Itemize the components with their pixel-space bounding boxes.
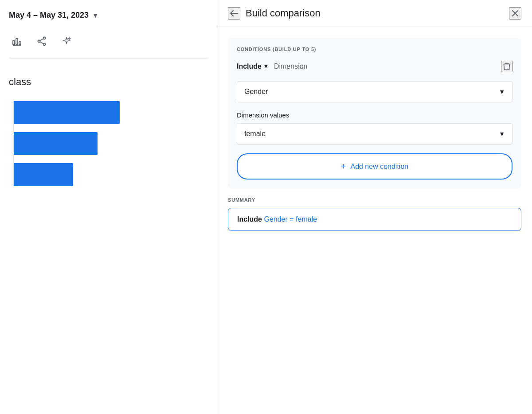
summary-include-label: Include bbox=[237, 215, 262, 223]
panel-content: CONDITIONS (BUILD UP TO 5) Include ▼ Dim… bbox=[217, 27, 532, 414]
svg-point-5 bbox=[38, 40, 40, 43]
delete-condition-button[interactable] bbox=[501, 61, 512, 72]
share-icon-btn[interactable] bbox=[34, 33, 50, 49]
condition-row: Include ▼ Dimension bbox=[237, 61, 512, 72]
conditions-section: CONDITIONS (BUILD UP TO 5) Include ▼ Dim… bbox=[228, 38, 521, 188]
female-dropdown-arrow-icon: ▼ bbox=[499, 130, 505, 137]
chart-axis-line bbox=[13, 101, 14, 186]
add-condition-button[interactable]: + Add new condition bbox=[237, 153, 512, 180]
svg-line-8 bbox=[40, 42, 43, 44]
plus-icon: + bbox=[341, 161, 346, 172]
svg-point-6 bbox=[43, 43, 46, 46]
female-value: female bbox=[244, 130, 266, 138]
back-button[interactable] bbox=[228, 7, 240, 20]
gender-dropdown[interactable]: Gender ▼ bbox=[237, 81, 512, 102]
dimension-label: Dimension bbox=[274, 62, 308, 70]
bar-chart-icon bbox=[12, 36, 22, 47]
summary-section: SUMMARY Include Gender = female bbox=[228, 197, 521, 231]
include-label: Include bbox=[237, 62, 262, 70]
sparkle-icon bbox=[61, 36, 72, 47]
svg-line-7 bbox=[40, 39, 43, 41]
include-button[interactable]: Include ▼ bbox=[237, 62, 269, 70]
sparkle-icon-btn[interactable] bbox=[59, 33, 74, 49]
trash-icon bbox=[502, 62, 512, 71]
right-panel: Build comparison CONDITIONS (BUILD UP TO… bbox=[217, 0, 532, 414]
left-panel: May 4 – May 31, 2023 ▼ bbox=[0, 0, 217, 414]
condition-left: Include ▼ Dimension bbox=[237, 62, 308, 70]
gender-value: Gender bbox=[244, 88, 268, 96]
conditions-section-label: CONDITIONS (BUILD UP TO 5) bbox=[237, 47, 512, 52]
bar-fill-1 bbox=[13, 101, 120, 124]
close-button[interactable] bbox=[509, 7, 521, 20]
chart-area bbox=[9, 101, 208, 186]
add-condition-label: Add new condition bbox=[350, 163, 408, 171]
svg-point-4 bbox=[43, 37, 46, 39]
summary-value: Gender = female bbox=[264, 215, 317, 223]
date-dropdown-arrow: ▼ bbox=[92, 12, 98, 19]
dimension-values-label: Dimension values bbox=[237, 111, 512, 119]
include-dropdown-arrow-icon: ▼ bbox=[263, 63, 269, 70]
svg-rect-2 bbox=[19, 42, 21, 45]
chart-label: class bbox=[9, 76, 208, 88]
svg-rect-1 bbox=[16, 39, 18, 45]
gender-dropdown-arrow-icon: ▼ bbox=[499, 88, 505, 95]
date-range-label: May 4 – May 31, 2023 bbox=[9, 11, 89, 20]
close-icon bbox=[510, 8, 520, 19]
back-arrow-icon bbox=[229, 8, 239, 19]
chart-icon[interactable] bbox=[9, 33, 25, 49]
bar-fill-3 bbox=[13, 163, 73, 186]
toolbar bbox=[9, 33, 208, 59]
svg-rect-0 bbox=[13, 40, 15, 45]
summary-box: Include Gender = female bbox=[228, 208, 521, 231]
date-selector[interactable]: May 4 – May 31, 2023 ▼ bbox=[9, 11, 208, 20]
panel-header-left: Build comparison bbox=[228, 7, 321, 20]
summary-section-label: SUMMARY bbox=[228, 197, 521, 203]
bar-row-2 bbox=[13, 132, 208, 155]
panel-title: Build comparison bbox=[246, 8, 321, 19]
bar-row-3 bbox=[13, 163, 208, 186]
female-dropdown[interactable]: female ▼ bbox=[237, 123, 512, 145]
share-icon bbox=[36, 36, 47, 47]
panel-header: Build comparison bbox=[217, 0, 532, 27]
bar-row-1 bbox=[13, 101, 208, 124]
bar-fill-2 bbox=[13, 132, 98, 155]
